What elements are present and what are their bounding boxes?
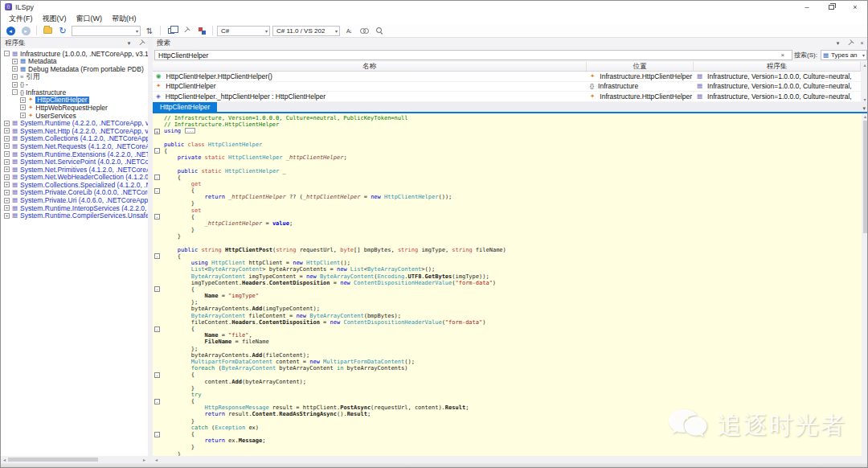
fold-marker-icon[interactable]: - (154, 432, 160, 437)
expander-icon[interactable]: + (4, 190, 10, 195)
tree-item[interactable]: +▦System.Private.CoreLib (4.0.0.0, .NETC… (1, 189, 148, 197)
code-token: ( (208, 425, 215, 431)
results-column-header[interactable]: 名称 (153, 62, 587, 71)
expander-icon[interactable]: + (12, 74, 18, 80)
expander-icon[interactable]: + (20, 105, 26, 110)
search-scope-select[interactable]: ▦ Types an ▾ (821, 50, 867, 60)
expander-icon[interactable]: + (4, 121, 10, 126)
expander-icon[interactable]: + (4, 174, 10, 180)
expander-icon[interactable]: + (4, 213, 10, 219)
expander-icon[interactable]: + (4, 198, 10, 203)
link-icon[interactable] (358, 25, 371, 36)
tree-item[interactable]: -{ }Infrastructure (1, 88, 148, 96)
document-tab-strip: HttpClientHelper ▾ (153, 102, 868, 113)
search-result-row[interactable]: ✦HttpClientHelper{ }Infrastructure▦Infra… (153, 82, 861, 92)
open-in-new-tab-icon[interactable] (165, 25, 178, 36)
tree-item[interactable]: +▦Debug Metadata (From portable PDB) (1, 65, 148, 73)
menu-item-w[interactable]: 窗口(W) (72, 14, 108, 24)
tree-item[interactable]: +✦HttpClientHelper (1, 96, 148, 105)
expander-icon[interactable]: + (12, 82, 18, 88)
search-input[interactable]: HttpClientHelper × (154, 50, 792, 60)
expander-icon[interactable]: + (4, 128, 10, 133)
version-select[interactable]: C# 11.0 / VS 202 ▾ (272, 26, 340, 36)
fold-marker-icon[interactable]: - (154, 188, 160, 194)
fold-marker-icon[interactable]: + (154, 129, 160, 134)
expander-icon[interactable]: + (4, 151, 10, 157)
tree-item[interactable]: +▦System.Private.Uri (4.0.6.0, .NETCoreA… (1, 196, 148, 204)
tree-item[interactable]: +{ }- (1, 80, 148, 88)
fold-marker-icon[interactable]: - (154, 399, 160, 404)
tree-item[interactable]: +▦System.Runtime.CompilerServices.Unsafe… (1, 211, 148, 220)
expander-icon[interactable]: - (12, 89, 18, 95)
search-icon[interactable] (373, 25, 386, 36)
tree-item[interactable]: +✦HttpWebRequestHepler (1, 104, 148, 112)
back-icon[interactable]: ◂ (4, 25, 17, 36)
menu-item-v[interactable]: 视图(V) (38, 14, 72, 24)
assembly-filter-select[interactable]: ▾ (72, 26, 141, 36)
pin-icon[interactable]: ⊤ (845, 39, 854, 47)
fold-marker-icon[interactable]: - (154, 174, 160, 180)
results-column-header[interactable]: 位置 (587, 62, 694, 71)
tree-item[interactable]: +▦System.Net.WebHeaderCollection (4.1.2.… (1, 174, 148, 182)
tree-item[interactable]: +▦System.Collections.Specialized (4.1.2.… (1, 181, 148, 189)
tree-item[interactable]: +▦System.Net.ServicePoint (4.0.2.0, .NET… (1, 158, 148, 166)
close-button[interactable]: × (843, 3, 867, 11)
close-icon[interactable]: × (858, 40, 866, 46)
expander-icon[interactable]: + (20, 97, 26, 103)
expander-icon[interactable]: + (20, 113, 26, 118)
code-vertical-scrollbar[interactable]: ▴ (862, 113, 868, 456)
expander-icon[interactable]: + (4, 166, 10, 172)
sort-icon[interactable]: A↓ (342, 25, 355, 36)
forward-icon[interactable]: ▸ (19, 25, 32, 36)
open-file-icon[interactable] (41, 25, 54, 36)
code-token: { (164, 187, 194, 194)
pin-icon[interactable]: ⊤ (137, 39, 145, 47)
tree-item[interactable]: +▦System.Net.Primitives (4.1.2.0, .NETCo… (1, 166, 148, 174)
fold-marker-icon[interactable]: - (154, 148, 160, 154)
expander-icon[interactable]: - (4, 51, 10, 56)
tree-item[interactable]: -▦Infrastructure (1.0.0.0, .NETCoreApp, … (1, 50, 148, 58)
clear-search-icon[interactable]: × (776, 51, 788, 59)
tree-item[interactable]: +▦System.Collections (4.1.2.0, .NETCoreA… (1, 135, 148, 143)
fold-marker-icon[interactable]: - (154, 214, 160, 220)
language-select[interactable]: C# ▾ (217, 26, 270, 36)
chevron-down-icon[interactable]: ▾ (125, 40, 133, 47)
tree-horizontal-scrollbar[interactable]: ◂ ▸ (1, 456, 148, 463)
fold-marker-icon[interactable]: - (154, 372, 160, 378)
chevron-down-icon[interactable]: ▾ (833, 40, 842, 47)
tree-item[interactable]: +▦System.Net.Requests (4.1.2.0, .NETCore… (1, 142, 148, 150)
tree-item[interactable]: +▦Metadata (1, 58, 148, 66)
tree-item[interactable]: +≡引用 (1, 73, 148, 81)
fold-marker-icon[interactable]: - (154, 286, 160, 292)
expander-icon[interactable]: + (12, 59, 18, 64)
code-horizontal-scrollbar[interactable]: ◂ (153, 456, 868, 463)
code-token: { (164, 286, 194, 293)
restore-button[interactable] (819, 3, 843, 11)
search-result-row[interactable]: ◉HttpClientHelper.HttpClientHelper()✦Inf… (153, 72, 861, 82)
expander-icon[interactable]: + (4, 205, 10, 211)
sort-assemblies-icon[interactable]: ⇅ (143, 25, 156, 36)
expander-icon[interactable]: + (4, 143, 10, 149)
expander-icon[interactable]: + (4, 159, 10, 165)
minimize-button[interactable]: – (795, 3, 819, 11)
tab-httpclienthelper[interactable]: HttpClientHelper (153, 102, 217, 112)
expander-icon[interactable]: + (4, 136, 10, 142)
tree-item[interactable]: +✦UserServices (1, 112, 148, 120)
pin-icon[interactable]: ⊤ (180, 25, 193, 36)
results-column-header[interactable]: 程序集 (694, 62, 861, 71)
tree-item[interactable]: +▦System.Runtime (4.2.2.0, .NETCoreApp, … (1, 119, 148, 127)
results-vertical-scrollbar[interactable]: ▴▾ (861, 62, 868, 102)
menu-item-h[interactable]: 帮助(H) (107, 14, 141, 24)
fold-marker-icon[interactable]: - (154, 253, 160, 259)
tab-list-menu-icon[interactable]: ▾ (859, 105, 868, 112)
refresh-icon[interactable]: ↻ (56, 25, 69, 36)
tree-item[interactable]: +▦System.Net.Http (4.2.2.0, .NETCoreApp,… (1, 127, 148, 135)
language-icon[interactable] (195, 25, 208, 36)
menu-item-f[interactable]: 文件(F) (4, 14, 38, 24)
search-result-row[interactable]: ◈HttpClientHelper._httpClientHelper : Ht… (153, 92, 861, 102)
fold-marker-icon[interactable]: - (154, 326, 160, 332)
tree-item[interactable]: +▦System.Runtime.InteropServices (4.2.2.… (1, 204, 148, 212)
expander-icon[interactable]: + (12, 66, 18, 72)
expander-icon[interactable]: + (4, 182, 10, 187)
tree-item[interactable]: +▦System.Runtime.Extensions (4.2.2.0, .N… (1, 150, 148, 158)
